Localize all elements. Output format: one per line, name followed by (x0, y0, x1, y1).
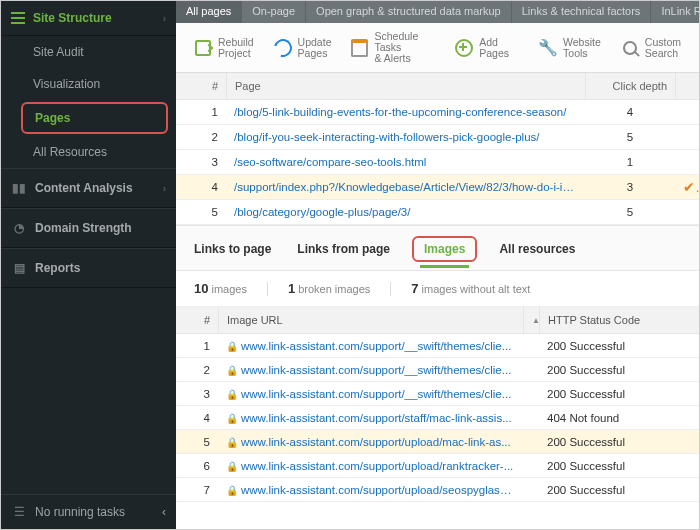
custom-search-button[interactable]: CustomSearch (611, 35, 691, 61)
cell-page-link[interactable]: /blog/category/google-plus/page/3/ (226, 206, 585, 218)
table-row[interactable]: 6🔒www.link-assistant.com/support/upload/… (176, 454, 699, 478)
col-extra (675, 73, 699, 99)
cell-click-depth: 3 (585, 181, 675, 193)
table-row[interactable]: 4🔒www.link-assistant.com/support/staff/m… (176, 406, 699, 430)
col-click-depth[interactable]: Click depth (585, 73, 675, 99)
cell-page-link[interactable]: /blog/if-you-seek-interacting-with-follo… (226, 131, 585, 143)
sidebar-section-domain-strength[interactable]: ◔ Domain Strength (1, 208, 176, 248)
divider (390, 282, 391, 296)
sidebar-item-pages[interactable]: Pages (21, 102, 168, 134)
details-subtabs: Links to page Links from page Images All… (176, 225, 699, 271)
tool-label: RebuildProject (218, 37, 254, 59)
cell-image-url[interactable]: 🔒www.link-assistant.com/support/staff/ma… (218, 412, 523, 424)
sidebar-item-site-audit[interactable]: Site Audit (1, 36, 176, 68)
subtab-links-from-page[interactable]: Links from page (293, 240, 394, 258)
lock-icon: 🔒 (226, 341, 238, 352)
lock-icon: 🔒 (226, 461, 238, 472)
col-http-status[interactable]: HTTP Status Code (539, 307, 699, 333)
table-row[interactable]: 5/blog/category/google-plus/page/3/5 (176, 200, 699, 225)
tool-label: WebsiteTools (563, 37, 601, 59)
cell-index: 5 (176, 436, 218, 448)
col-sort[interactable]: ▲ (523, 307, 540, 333)
tab-inlink-rank[interactable]: InLink Rank (651, 1, 699, 23)
cell-image-url[interactable]: 🔒www.link-assistant.com/support/__swift/… (218, 388, 523, 400)
tab-on-page[interactable]: On-page (242, 1, 306, 23)
sidebar-header[interactable]: Site Structure › (1, 1, 176, 36)
sidebar-section-label: Domain Strength (35, 221, 132, 235)
cell-image-url[interactable]: 🔒www.link-assistant.com/support/upload/r… (218, 460, 523, 472)
col-index[interactable]: # (176, 314, 218, 326)
sidebar-section-label: Content Analysis (35, 181, 133, 195)
tab-links-technical[interactable]: Links & technical factors (512, 1, 652, 23)
table-row[interactable]: 7🔒www.link-assistant.com/support/upload/… (176, 478, 699, 502)
table-row[interactable]: 1/blog/5-link-building-events-for-the-up… (176, 100, 699, 125)
cell-image-url[interactable]: 🔒www.link-assistant.com/support/__swift/… (218, 340, 523, 352)
pages-table-header: # Page Click depth (176, 73, 699, 100)
tab-all-pages[interactable]: All pages (176, 1, 242, 23)
col-page[interactable]: Page (226, 73, 585, 99)
table-row[interactable]: 2🔒www.link-assistant.com/support/__swift… (176, 358, 699, 382)
cell-index: 2 (176, 364, 218, 376)
cell-index: 4 (176, 412, 218, 424)
schedule-tasks-button[interactable]: Schedule Tasks& Alerts (341, 29, 445, 66)
report-icon: ▤ (11, 261, 27, 275)
images-table: # Image URL ▲ HTTP Status Code 1🔒www.lin… (176, 307, 699, 529)
table-row[interactable]: 3/seo-software/compare-seo-tools.html1 (176, 150, 699, 175)
cell-http-status: 200 Successful (539, 364, 699, 376)
lock-icon: 🔒 (226, 365, 238, 376)
table-row[interactable]: 2/blog/if-you-seek-interacting-with-foll… (176, 125, 699, 150)
table-row[interactable]: 3🔒www.link-assistant.com/support/__swift… (176, 382, 699, 406)
table-row[interactable]: 5🔒www.link-assistant.com/support/upload/… (176, 430, 699, 454)
stat-broken: 1broken images (288, 281, 370, 296)
cell-index: 2 (176, 131, 226, 143)
sidebar-footer-label: No running tasks (35, 505, 125, 519)
main-content: All pages On-page Open graph & structure… (176, 1, 699, 529)
col-image-url[interactable]: Image URL (218, 307, 523, 333)
top-tabs: All pages On-page Open graph & structure… (176, 1, 699, 23)
schedule-icon (351, 39, 368, 57)
cell-http-status: 200 Successful (539, 436, 699, 448)
stat-images: 10images (194, 281, 247, 296)
cell-click-depth: 4 (585, 106, 675, 118)
add-icon (455, 39, 473, 57)
subtab-all-resources[interactable]: All resources (495, 240, 579, 258)
cell-click-depth: 5 (585, 206, 675, 218)
structure-icon (11, 12, 25, 24)
sidebar-section-content-analysis[interactable]: ▮▮ Content Analysis › (1, 168, 176, 208)
sidebar-section-reports[interactable]: ▤ Reports (1, 248, 176, 288)
cell-index: 3 (176, 156, 226, 168)
subtab-links-to-page[interactable]: Links to page (190, 240, 275, 258)
cell-http-status: 200 Successful (539, 388, 699, 400)
cell-page-link[interactable]: /seo-software/compare-seo-tools.html (226, 156, 585, 168)
update-icon (274, 39, 292, 57)
cell-index: 5 (176, 206, 226, 218)
cell-page-link[interactable]: /support/index.php?/Knowledgebase/Articl… (226, 181, 585, 193)
cell-image-url[interactable]: 🔒www.link-assistant.com/support/__swift/… (218, 364, 523, 376)
rebuild-icon (194, 39, 212, 57)
cell-click-depth: 5 (585, 131, 675, 143)
cell-image-url[interactable]: 🔒www.link-assistant.com/support/upload/s… (218, 484, 523, 496)
sidebar: Site Structure › Site Audit Visualizatio… (1, 1, 176, 529)
col-index[interactable]: # (176, 80, 226, 92)
sidebar-item-visualization[interactable]: Visualization (1, 68, 176, 100)
website-tools-button[interactable]: 🔧 WebsiteTools (529, 35, 611, 61)
chevron-right-icon: › (163, 13, 166, 24)
table-row[interactable]: 4/support/index.php?/Knowledgebase/Artic… (176, 175, 699, 200)
chevron-right-icon: › (163, 183, 166, 194)
sidebar-item-all-resources[interactable]: All Resources (1, 136, 176, 168)
add-pages-button[interactable]: AddPages (445, 35, 519, 61)
rebuild-project-button[interactable]: RebuildProject (184, 35, 264, 61)
tool-label: AddPages (479, 37, 509, 59)
pages-table: # Page Click depth 1/blog/5-link-buildin… (176, 73, 699, 225)
lock-icon: 🔒 (226, 389, 238, 400)
subtab-images[interactable]: Images (412, 236, 477, 262)
table-row[interactable]: 1🔒www.link-assistant.com/support/__swift… (176, 334, 699, 358)
cell-http-status: 200 Successful (539, 484, 699, 496)
cell-image-url[interactable]: 🔒www.link-assistant.com/support/upload/m… (218, 436, 523, 448)
cell-http-status: 404 Not found (539, 412, 699, 424)
cell-page-link[interactable]: /blog/5-link-building-events-for-the-upc… (226, 106, 585, 118)
update-pages-button[interactable]: UpdatePages (264, 35, 342, 61)
tab-open-graph[interactable]: Open graph & structured data markup (306, 1, 512, 23)
divider (267, 282, 268, 296)
sidebar-footer-tasks[interactable]: ☰ No running tasks ‹ (1, 495, 176, 529)
